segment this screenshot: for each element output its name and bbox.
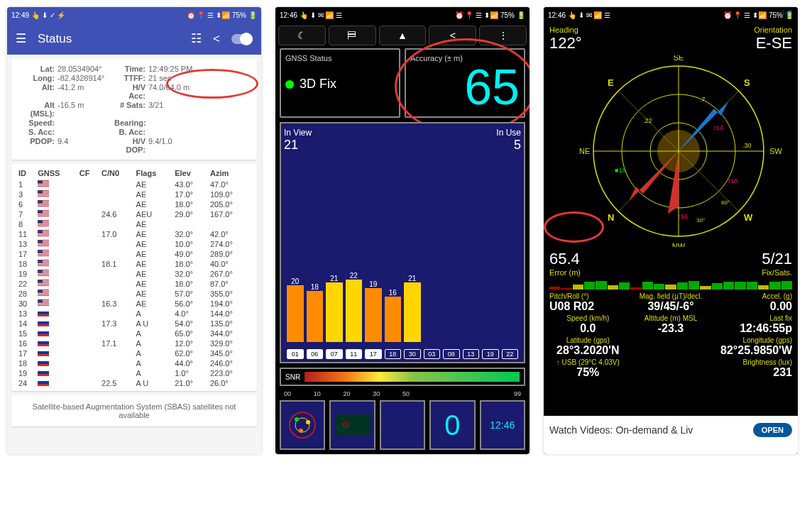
svg-text:.22: .22	[643, 117, 652, 124]
accuracy-value: 65	[410, 62, 520, 112]
phone-gnss-status-app: 12:46👆 ⬇ ✉ 📶 ☰ ⏰ 📍 ☰ ⬍📶75%🔋 ☾ ⛿ ▲ < ⋮ GN…	[275, 7, 530, 454]
app-bar: ☰ Status ☷ <	[7, 23, 261, 55]
svg-text:N: N	[608, 212, 614, 223]
mark-button[interactable]: ⛿	[329, 26, 376, 45]
alt-value: -41.2 m	[57, 83, 114, 100]
signal-bar: 19	[365, 280, 382, 342]
toggle-switch[interactable]	[231, 34, 253, 44]
orientation-value: E-SE	[754, 34, 792, 53]
table-row: 19A1.0°223.0°	[17, 368, 251, 378]
table-row: 22AE18.0°87.0°	[17, 279, 251, 289]
svg-text:r18: r18	[728, 177, 737, 184]
svg-point-3	[306, 420, 310, 424]
reading-cell: ↑ USB (29°C 4.03V)75%	[549, 358, 627, 379]
alt-label: Alt:	[18, 83, 57, 100]
clock: 12:49	[11, 11, 29, 19]
svg-text:SE: SE	[674, 55, 684, 62]
sort-icon[interactable]: ☷	[191, 31, 202, 46]
map-tile[interactable]	[329, 400, 375, 450]
sat-id: 17	[365, 349, 382, 359]
speed-value: 0	[444, 409, 460, 441]
svg-point-4	[299, 429, 303, 433]
bearing-label: Bearing:	[114, 119, 148, 127]
time-label: Time:	[114, 65, 148, 73]
sat-id: 30	[404, 349, 421, 359]
msl-value: -16.5 m	[57, 101, 114, 118]
gnss-status-label: GNSS Status	[285, 54, 395, 62]
inuse-value: 5	[496, 138, 521, 153]
col-azim: Azim	[209, 167, 251, 180]
clock-tile[interactable]: 12:46	[480, 400, 525, 450]
svg-text:r16: r16	[679, 213, 688, 220]
sat-id: 01	[287, 349, 304, 359]
table-row: 13A4.0°144.0°	[17, 309, 251, 319]
sat-id: 07	[326, 349, 343, 359]
status-bar: 12:46👆 ⬇ ✉ 📶 ☰ ⏰ 📍 ☰ ⬍📶75%🔋	[544, 7, 798, 23]
hvacc-value: 74.0/64.0 m	[148, 83, 250, 100]
heading-value: 122°	[549, 34, 582, 53]
share-icon[interactable]: <	[213, 32, 220, 46]
snr-gradient	[304, 372, 520, 382]
hvdop-value: 9.4/1.0	[148, 137, 250, 154]
svg-point-7	[345, 424, 346, 426]
fix-indicator-icon	[285, 80, 294, 89]
reading-cell: Longitude (gps)82°25.9850'W	[715, 336, 792, 357]
night-mode-button[interactable]: ☾	[278, 26, 326, 45]
fixsats-label: Fix/Sats.	[762, 268, 792, 277]
satellite-table: IDGNSSCFC/N0FlagsElevAzim 1AE43.0°47.0°3…	[17, 167, 251, 388]
sbas-footer: Satellite-based Augmentation System (SBA…	[11, 395, 257, 426]
svg-text:SW: SW	[769, 147, 782, 155]
toolbar: ☾ ⛿ ▲ < ⋮	[275, 23, 530, 48]
bearing-value	[148, 119, 250, 127]
ad-banner[interactable]: Watch Videos: On-demand & Liv ▷✕ OPEN	[544, 416, 798, 454]
signal-bar: 16	[385, 289, 402, 342]
ad-tag-icon[interactable]: ▷✕	[783, 9, 794, 16]
table-row: 17AE49.0°289.0°	[17, 249, 251, 259]
speed-tile[interactable]: 0	[429, 400, 475, 450]
snr-scale: SNR	[280, 368, 525, 386]
battery-text: 75%	[232, 11, 246, 19]
table-row: 3016.3AE56.0°194.0°	[17, 299, 251, 309]
fixsats-value: 5/21	[762, 250, 792, 268]
signal-chart: In View21 In Use5 20182122191621 0106071…	[280, 122, 525, 363]
col-cf: CF	[78, 167, 100, 180]
status-bar: 12:49👆 ⬇ ✓ ⚡ ⏰ 📍 ☰ ⬍📶75%🔋	[7, 7, 261, 23]
hvacc-label: H/V Acc:	[114, 83, 148, 100]
long-label: Long:	[18, 74, 57, 82]
ad-open-button[interactable]: OPEN	[753, 423, 792, 437]
svg-text:E: E	[608, 77, 614, 88]
col-c/n0: C/N0	[100, 167, 135, 180]
compass-tile[interactable]	[380, 400, 425, 450]
inview-label: In View	[284, 128, 312, 138]
error-label: Error (m)	[549, 268, 581, 277]
more-button[interactable]: ⋮	[479, 26, 527, 45]
info-card: Lat:28.0534904° Time:12:49:25 PM Long:-8…	[11, 59, 257, 160]
sat-id: 06	[307, 349, 324, 359]
svg-text:W: W	[744, 212, 753, 223]
clock: 12:46	[548, 11, 566, 19]
svg-text:.30: .30	[742, 142, 752, 149]
svg-text:■18: ■18	[615, 167, 625, 174]
clock: 12:46	[280, 11, 297, 19]
speed-value	[57, 119, 114, 127]
table-row: 8AE	[17, 219, 251, 229]
orientation-label: Orientation	[754, 26, 792, 34]
table-row: 15A65.0°344.0°	[17, 329, 251, 338]
share-button[interactable]: <	[429, 26, 476, 45]
skyview-tile[interactable]	[280, 400, 325, 450]
table-row: 18A44.0°246.0°	[17, 358, 251, 368]
time-value: 12:49:25 PM	[148, 65, 250, 73]
svg-text:.7: .7	[700, 96, 706, 103]
reading-cell: Brightness (lux)231	[715, 358, 792, 379]
nav-button[interactable]: ▲	[379, 26, 427, 45]
col-id: ID	[17, 167, 36, 180]
sats-label: # Sats:	[114, 101, 148, 118]
ad-text: Watch Videos: On-demand & Liv	[549, 424, 693, 436]
sky-view[interactable]: SE SW NW NE S W N E .22 .7 ■18 r14 r18 r…	[544, 55, 798, 247]
reading-cell: Latitude (gps)28°3.2020'N	[549, 336, 627, 357]
phone-status-pro-app: 12:46👆 ⬇ ✉ 📶 ☰ ⏰ 📍 ☰ ⬍📶75%🔋 Heading122° …	[544, 7, 798, 454]
table-row: 2422.5A U21.0°26.0°	[17, 378, 251, 388]
reading-cell: Accel. (g)0.00	[715, 292, 792, 313]
col-elev: Elev	[173, 167, 209, 180]
menu-icon[interactable]: ☰	[16, 31, 26, 46]
